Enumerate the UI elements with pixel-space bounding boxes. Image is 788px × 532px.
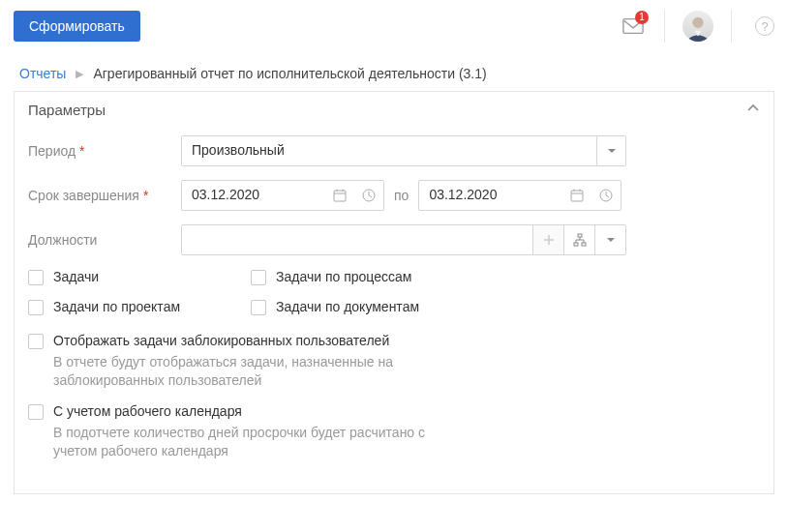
deadline-label: Срок завершения* xyxy=(28,188,181,203)
time-button[interactable] xyxy=(591,181,621,210)
panel-title: Параметры xyxy=(28,102,106,118)
caret-down-icon xyxy=(606,235,616,245)
positions-dropdown-button[interactable] xyxy=(594,225,625,254)
plus-icon xyxy=(543,234,555,246)
positions-add-button xyxy=(532,225,563,254)
check-blocked-users-row[interactable]: Отображать задачи заблокированных пользо… xyxy=(28,333,760,349)
positions-label: Должности xyxy=(28,232,181,248)
generate-button[interactable]: Сформировать xyxy=(14,11,140,42)
help-button[interactable]: ? xyxy=(755,16,774,36)
check-label: Задачи по документам xyxy=(276,299,419,314)
check-description: В отчете будут отображаться задачи, назн… xyxy=(53,353,460,390)
check-label: Задачи по проектам xyxy=(53,299,180,314)
avatar-image xyxy=(683,13,712,42)
clock-icon xyxy=(599,189,613,202)
check-label: Задачи по процессам xyxy=(276,269,411,284)
chevron-up-icon xyxy=(746,102,760,118)
panel-body: Период* Произвольный Срок завершения* 03… xyxy=(15,128,773,493)
positions-row: Должности xyxy=(28,224,760,255)
svg-rect-14 xyxy=(582,243,586,246)
check-working-calendar: С учетом рабочего календаря В подотчете … xyxy=(28,403,760,460)
deadline-from-value: 03.12.2020 xyxy=(182,181,325,210)
check-tasks-documents[interactable]: Задачи по документам xyxy=(251,299,541,315)
period-select[interactable]: Произвольный xyxy=(181,135,626,166)
checkbox[interactable] xyxy=(28,334,44,349)
chevron-right-icon: ▶ xyxy=(76,68,83,80)
task-type-checks: Задачи Задачи по процессам Задачи по про… xyxy=(28,269,760,315)
svg-point-1 xyxy=(692,17,703,28)
deadline-separator: по xyxy=(394,188,409,203)
svg-rect-2 xyxy=(334,191,346,201)
check-label: Задачи xyxy=(53,269,99,284)
checkbox[interactable] xyxy=(28,270,44,285)
check-tasks-projects[interactable]: Задачи по проектам xyxy=(28,299,241,315)
checkbox[interactable] xyxy=(251,300,266,315)
period-value: Произвольный xyxy=(182,136,596,165)
notifications-button[interactable]: 1 xyxy=(620,15,647,38)
svg-rect-12 xyxy=(578,234,582,237)
positions-input[interactable] xyxy=(181,224,626,255)
question-icon: ? xyxy=(761,19,768,34)
deadline-row: Срок завершения* 03.12.2020 по 03.12.202… xyxy=(28,180,760,211)
svg-rect-13 xyxy=(574,243,578,246)
check-working-calendar-row[interactable]: С учетом рабочего календаря xyxy=(28,403,760,420)
divider xyxy=(664,10,665,43)
deadline-from-input[interactable]: 03.12.2020 xyxy=(181,180,384,211)
check-label: Отображать задачи заблокированных пользо… xyxy=(53,333,389,348)
check-blocked-users: Отображать задачи заблокированных пользо… xyxy=(28,333,760,390)
topbar: Сформировать 1 ? xyxy=(0,0,788,52)
breadcrumb-root-link[interactable]: Отчеты xyxy=(19,66,66,81)
deadline-to-input[interactable]: 03.12.2020 xyxy=(418,180,621,211)
calendar-icon xyxy=(570,189,584,202)
positions-value xyxy=(182,225,532,254)
parameters-panel: Параметры Период* Произвольный Срок заве… xyxy=(14,91,774,494)
avatar[interactable] xyxy=(682,11,713,42)
svg-rect-7 xyxy=(571,191,583,201)
caret-down-icon xyxy=(607,146,617,156)
calendar-button[interactable] xyxy=(325,181,354,210)
positions-tree-button[interactable] xyxy=(563,225,594,254)
calendar-icon xyxy=(333,189,347,202)
check-label: С учетом рабочего календаря xyxy=(53,403,242,419)
check-tasks[interactable]: Задачи xyxy=(28,269,241,285)
notification-badge: 1 xyxy=(635,11,649,24)
panel-header[interactable]: Параметры xyxy=(15,92,773,128)
checkbox[interactable] xyxy=(28,404,44,420)
check-description: В подотчете количество дней просрочки бу… xyxy=(53,424,460,460)
breadcrumb-current: Агрегированный отчет по исполнительской … xyxy=(93,66,486,81)
period-row: Период* Произвольный xyxy=(28,135,760,166)
orgchart-icon xyxy=(573,233,587,247)
time-button[interactable] xyxy=(354,181,383,210)
checkbox[interactable] xyxy=(251,270,266,285)
period-dropdown-button[interactable] xyxy=(596,136,625,165)
period-label: Период* xyxy=(28,143,181,159)
breadcrumb: Отчеты ▶ Агрегированный отчет по исполни… xyxy=(0,52,788,91)
calendar-button[interactable] xyxy=(562,181,591,210)
clock-icon xyxy=(362,189,376,202)
checkbox[interactable] xyxy=(28,300,44,315)
deadline-to-value: 03.12.2020 xyxy=(419,181,562,210)
check-tasks-process[interactable]: Задачи по процессам xyxy=(251,269,541,285)
divider xyxy=(731,10,732,43)
